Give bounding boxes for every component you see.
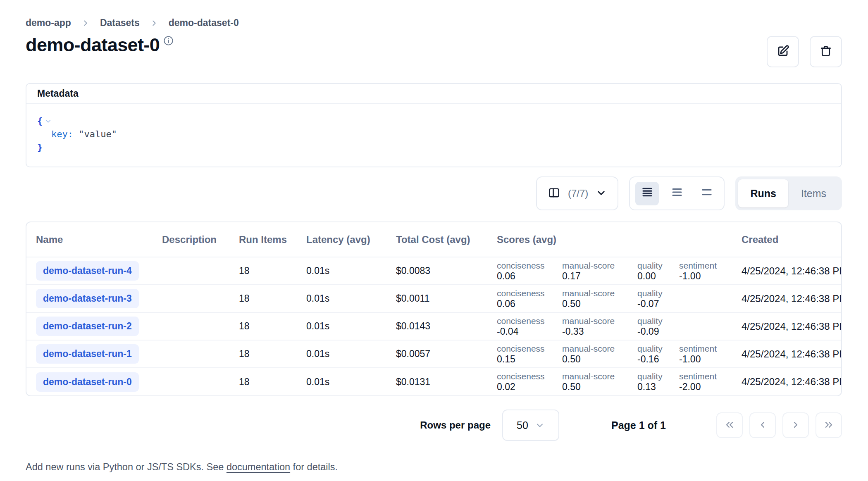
run-description-cell bbox=[153, 312, 229, 340]
tab-items[interactable]: Items bbox=[788, 179, 839, 207]
sdk-hint-text: Add new runs via Python or JS/TS SDKs. S… bbox=[26, 462, 842, 473]
run-name-link[interactable]: demo-dataset-run-3 bbox=[36, 289, 139, 308]
run-latency-cell: 0.01s bbox=[297, 368, 386, 395]
score-name: quality bbox=[637, 316, 679, 326]
run-created-cell: 4/25/2024, 12:46:38 PM bbox=[732, 285, 842, 312]
run-name-link[interactable]: demo-dataset-run-1 bbox=[36, 344, 139, 364]
info-icon[interactable] bbox=[163, 35, 174, 49]
score-chip: conciseness 0.06 bbox=[497, 260, 562, 282]
column-header-run-items: Run Items bbox=[229, 222, 297, 257]
chevrons-left-icon bbox=[724, 419, 735, 432]
table-row[interactable]: demo-dataset-run-3 18 0.01s $0.0011 conc… bbox=[26, 285, 842, 312]
score-name: quality bbox=[637, 260, 679, 271]
column-visibility-button[interactable]: (7/7) bbox=[536, 176, 618, 210]
row-height-large-button[interactable] bbox=[695, 182, 718, 205]
previous-page-button[interactable] bbox=[749, 412, 776, 438]
json-value bbox=[73, 128, 79, 141]
score-value: -0.04 bbox=[497, 326, 562, 337]
runs-items-tabs: Runs Items bbox=[735, 176, 842, 210]
run-name-link[interactable]: demo-dataset-run-0 bbox=[36, 372, 139, 392]
score-name: conciseness bbox=[497, 288, 562, 298]
score-name: manual-score bbox=[562, 371, 637, 381]
pagination-nav bbox=[716, 412, 842, 438]
metadata-panel-title: Metadata bbox=[26, 84, 841, 104]
score-value: 0.13 bbox=[637, 381, 679, 393]
score-name: quality bbox=[637, 288, 679, 298]
edit-dataset-button[interactable] bbox=[767, 36, 799, 67]
run-scores-cell: conciseness 0.02 manual-score 0.50 quali… bbox=[497, 371, 728, 393]
chevron-right-icon bbox=[81, 19, 90, 28]
runs-table: Name Description Run Items Latency (avg)… bbox=[26, 222, 842, 395]
table-row[interactable]: demo-dataset-run-2 18 0.01s $0.0143 conc… bbox=[26, 312, 842, 340]
score-name: conciseness bbox=[497, 371, 562, 381]
run-latency-cell: 0.01s bbox=[297, 285, 386, 312]
next-page-button[interactable] bbox=[782, 412, 809, 438]
table-row[interactable]: demo-dataset-run-1 18 0.01s $0.0057 conc… bbox=[26, 340, 842, 368]
score-name: manual-score bbox=[562, 260, 637, 271]
score-value: -2.00 bbox=[679, 381, 717, 393]
score-value: 0.15 bbox=[497, 354, 562, 365]
documentation-link[interactable]: documentation bbox=[227, 462, 290, 472]
score-name: manual-score bbox=[562, 343, 637, 354]
page-title: demo-dataset-0 bbox=[26, 34, 160, 56]
row-height-medium-button[interactable] bbox=[665, 182, 689, 205]
metadata-json-viewer: { key: "value" } bbox=[26, 104, 841, 167]
run-scores-cell: conciseness 0.15 manual-score 0.50 quali… bbox=[497, 343, 728, 365]
table-row[interactable]: demo-dataset-run-0 18 0.01s $0.0131 conc… bbox=[26, 368, 842, 395]
dataset-page: demo-app Datasets demo-dataset-0 demo-da… bbox=[0, 0, 868, 473]
rows-per-page-select[interactable]: 50 bbox=[502, 410, 559, 441]
json-open-brace: { bbox=[37, 114, 43, 128]
score-value: 0.06 bbox=[497, 298, 562, 310]
score-chip: conciseness 0.02 bbox=[497, 371, 562, 393]
score-chip: manual-score -0.33 bbox=[562, 316, 637, 337]
score-value: -0.07 bbox=[637, 298, 679, 310]
score-name: manual-score bbox=[562, 316, 637, 326]
run-description-cell bbox=[153, 340, 229, 368]
table-header-row: Name Description Run Items Latency (avg)… bbox=[26, 222, 842, 257]
run-items-cell: 18 bbox=[229, 257, 297, 285]
column-header-created: Created bbox=[732, 222, 842, 257]
score-value: 0.50 bbox=[562, 381, 637, 393]
run-name-link[interactable]: demo-dataset-run-2 bbox=[36, 317, 139, 336]
run-latency-cell: 0.01s bbox=[297, 257, 386, 285]
table-row[interactable]: demo-dataset-run-4 18 0.01s $0.0083 conc… bbox=[26, 257, 842, 285]
run-created-cell: 4/25/2024, 12:46:38 PM bbox=[732, 340, 842, 368]
score-chip: sentiment -1.00 bbox=[679, 260, 717, 282]
breadcrumb-item-datasets[interactable]: Datasets bbox=[100, 17, 140, 29]
page-status: Page 1 of 1 bbox=[611, 419, 666, 431]
edit-icon bbox=[776, 45, 789, 59]
row-height-small-button[interactable] bbox=[635, 182, 659, 205]
score-value: -1.00 bbox=[679, 354, 717, 365]
score-chip: conciseness -0.04 bbox=[497, 316, 562, 337]
json-collapse-chevron-icon[interactable] bbox=[44, 117, 52, 125]
score-chip: conciseness 0.06 bbox=[497, 288, 562, 310]
score-chip: quality 0.13 bbox=[637, 371, 679, 393]
delete-dataset-button[interactable] bbox=[810, 36, 842, 67]
run-name-link[interactable]: demo-dataset-run-4 bbox=[36, 261, 139, 281]
score-name: quality bbox=[637, 343, 679, 354]
column-header-total-cost: Total Cost (avg) bbox=[386, 222, 487, 257]
column-header-latency: Latency (avg) bbox=[297, 222, 386, 257]
breadcrumb-item-project[interactable]: demo-app bbox=[26, 17, 71, 29]
breadcrumb: demo-app Datasets demo-dataset-0 bbox=[26, 17, 842, 29]
pagination-bar: Rows per page 50 Page 1 of 1 bbox=[26, 410, 842, 441]
title-actions bbox=[767, 36, 842, 67]
breadcrumb-item-current: demo-dataset-0 bbox=[169, 17, 239, 29]
score-chip: sentiment -2.00 bbox=[679, 371, 717, 393]
run-total-cost-cell: $0.0083 bbox=[386, 257, 487, 285]
score-chip: conciseness 0.15 bbox=[497, 343, 562, 365]
run-scores-cell: conciseness 0.06 manual-score 0.17 quali… bbox=[497, 260, 728, 282]
run-items-cell: 18 bbox=[229, 368, 297, 395]
score-chip: quality -0.09 bbox=[637, 316, 679, 337]
score-value: -1.00 bbox=[679, 271, 717, 282]
score-chip: manual-score 0.17 bbox=[562, 260, 637, 282]
score-chip: quality -0.16 bbox=[637, 343, 679, 365]
first-page-button[interactable] bbox=[716, 412, 743, 438]
score-name: sentiment bbox=[679, 260, 717, 271]
score-chip: manual-score 0.50 bbox=[562, 371, 637, 393]
run-description-cell bbox=[153, 257, 229, 285]
tab-runs[interactable]: Runs bbox=[738, 179, 788, 207]
rows-medium-icon bbox=[671, 186, 683, 201]
score-value: 0.00 bbox=[637, 271, 679, 282]
last-page-button[interactable] bbox=[816, 412, 842, 438]
